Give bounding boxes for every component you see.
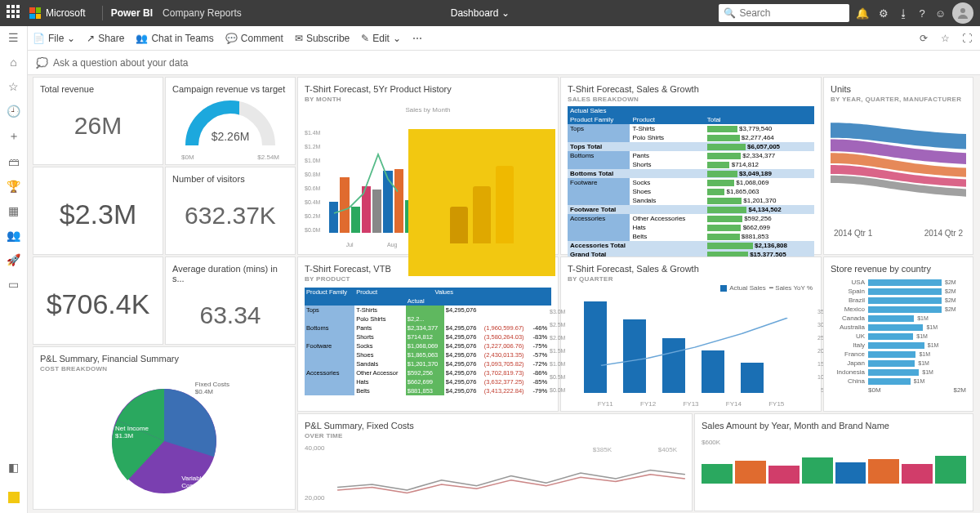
line-chart: 40,000 20,000 $385K $405K (305, 444, 685, 502)
nav-apps-icon[interactable]: ▦ (8, 204, 19, 217)
sales-table: Actual SalesProduct FamilyProductTotalTo… (568, 106, 814, 259)
nav-goals-icon[interactable]: 🏆 (7, 180, 20, 193)
qna-placeholder: Ask a question about your data (53, 57, 188, 69)
subscribe-button[interactable]: ✉Subscribe (295, 33, 350, 44)
tile-title: P&L Summary, Fixed Costs (305, 421, 685, 430)
tile-pl-fixed[interactable]: P&L Summary, Fixed Costs OVER TIME 40,00… (297, 413, 693, 511)
tile-forecast-vtb[interactable]: T-Shirt Forecast, VTB BY PRODUCT Product… (297, 256, 559, 412)
chat-teams-button[interactable]: 👥Chat in Teams (136, 33, 213, 44)
nav-create-icon[interactable]: ＋ (8, 129, 20, 144)
more-menu[interactable]: ⋯ (412, 33, 422, 44)
global-header: Microsoft Power BI Company Reports Dashb… (0, 0, 980, 26)
tile-subtitle: BY YEAR, QUARTER, MANUFACTURER (831, 96, 966, 103)
pie-label-net: Net Income$1.3M (115, 425, 149, 439)
nav-favorites-icon[interactable]: ☆ (8, 80, 19, 93)
nav-home-icon[interactable]: ⌂ (10, 56, 16, 69)
microsoft-logo-icon (29, 7, 41, 19)
nav-shared-icon[interactable]: 👥 (7, 229, 20, 242)
stacked-bars (702, 451, 966, 484)
tile-title: Average duration (mins) in s... (172, 264, 288, 283)
tile-subtitle: OVER TIME (305, 432, 685, 439)
comment-button[interactable]: 💬Comment (225, 33, 283, 44)
tile-subtitle: BY PRODUCT (305, 275, 551, 283)
svg-point-0 (960, 8, 965, 13)
country-bar-chart: USA$2MSpain$2MBrazil$2MMexico$2MCanada$1… (831, 279, 966, 394)
search-icon: 🔍 (724, 7, 736, 19)
qna-icon: 💭 (36, 57, 48, 69)
chart-series-label: Sales by Month (305, 106, 551, 114)
user-avatar[interactable] (952, 2, 973, 24)
tile-sales-breakdown[interactable]: T-Shirt Forecast, Sales & Growth SALES B… (560, 77, 822, 255)
quarter-chart: FY11FY12FY13FY14FY15 $0.0M$0.5M$1.0M$1.5… (568, 301, 814, 408)
share-button[interactable]: ↗Share (87, 33, 124, 44)
nav-workspaces-icon[interactable]: ◧ (8, 461, 19, 474)
tile-title: T-Shirt Forecast, Sales & Growth (568, 84, 814, 94)
workspace-name[interactable]: Company Reports (163, 7, 242, 19)
settings-icon[interactable]: ⚙ (879, 7, 889, 20)
search-input[interactable] (739, 7, 844, 19)
nav-deploy-icon[interactable]: 🚀 (7, 253, 20, 266)
dashboard-dropdown[interactable]: Dashboard ⌄ (451, 7, 510, 19)
download-icon[interactable]: ⭳ (898, 7, 909, 20)
qna-bar[interactable]: 💭 Ask a question about your data (0, 51, 980, 75)
kpi-value: 63.34 (172, 285, 288, 329)
tile-kpi-2[interactable]: $706.4K (33, 256, 163, 345)
kpi-value: 26M (40, 96, 156, 140)
fullscreen-icon[interactable]: ⛶ (962, 33, 972, 44)
pie-chart: Fixed Costs$0.4M Net Income$1.3M Variabl… (99, 376, 229, 506)
app-launcher-icon[interactable] (7, 5, 23, 21)
tile-title: Store revenue by country (831, 264, 966, 274)
tile-title: Units (831, 84, 966, 94)
file-menu[interactable]: 📄File⌄ (33, 33, 75, 44)
powerbi-logo-overlay (408, 129, 555, 276)
favorite-icon[interactable]: ☆ (941, 33, 950, 44)
feedback-icon[interactable]: ☺ (935, 7, 946, 20)
tile-pl-summary[interactable]: P&L Summary, Financial Summary COST BREA… (33, 346, 296, 510)
kpi-value: 632.37K (172, 185, 288, 230)
left-nav: ☰ ⌂ ☆ 🕘 ＋ 🗃 🏆 ▦ 👥 🚀 ▭ ◧ (0, 26, 28, 513)
axis-label: 2014 Qtr 1 (834, 229, 872, 238)
nav-datasets-icon[interactable]: 🗃 (8, 155, 20, 168)
kpi-value: $2.3M (40, 174, 156, 230)
tile-title: Total revenue (40, 84, 156, 94)
tile-units[interactable]: Units BY YEAR, QUARTER, MANUFACTURER 201… (823, 77, 973, 255)
sankey-chart (831, 103, 966, 229)
nav-learn-icon[interactable]: ▭ (8, 278, 19, 291)
tile-subtitle: COST BREAKDOWN (40, 365, 288, 372)
brand: Microsoft (29, 7, 86, 19)
nav-recent-icon[interactable]: 🕘 (7, 105, 20, 118)
tile-subtitle: SALES BREAKDOWN (568, 96, 814, 103)
tile-sales-amount[interactable]: Sales Amount by Year, Month and Brand Na… (694, 413, 973, 511)
chart-legend: Actual Sales ━ Sales YoY % (568, 283, 814, 293)
gauge-chart: $2.26M $0M $2.54M (181, 100, 279, 158)
vtb-table: Product FamilyProductValuesActualTopsT-S… (305, 288, 551, 395)
tile-subtitle: BY MONTH (305, 96, 551, 103)
tile-duration[interactable]: Average duration (mins) in s... 63.34 (165, 256, 296, 345)
tile-by-quarter[interactable]: T-Shirt Forecast, Sales & Growth BY QUAR… (560, 256, 822, 412)
tile-title: T-Shirt Forecast, Sales & Growth (568, 264, 814, 274)
edit-button[interactable]: ✎Edit⌄ (361, 33, 401, 44)
nav-menu-icon[interactable]: ☰ (8, 31, 19, 44)
command-bar: 📄File⌄ ↗Share 👥Chat in Teams 💬Comment ✉S… (0, 26, 980, 51)
notifications-icon[interactable]: 🔔 (856, 7, 869, 20)
tile-title: Number of visitors (172, 174, 288, 184)
tile-visitors[interactable]: Number of visitors 632.37K (165, 167, 296, 255)
kpi-value: $706.4K (40, 264, 156, 320)
tile-total-revenue[interactable]: Total revenue 26M (33, 77, 163, 165)
tile-title: Campaign revenue vs target (172, 84, 288, 94)
pie-label-var: VariableCosts$3.3M (181, 475, 205, 497)
chevron-down-icon: ⌄ (501, 7, 510, 19)
search-box[interactable]: 🔍 (719, 4, 849, 22)
chevron-down-icon: ⌄ (393, 33, 401, 44)
product-name[interactable]: Power BI (111, 7, 153, 19)
tile-kpi-1[interactable]: $2.3M (33, 167, 163, 255)
help-icon[interactable]: ? (919, 7, 924, 20)
tile-title: T-Shirt Forecast, 5Yr Product History (305, 84, 551, 94)
tile-subtitle: BY QUARTER (568, 275, 814, 283)
axis-label: 2014 Qtr 2 (924, 229, 963, 238)
nav-myworkspace-icon[interactable] (8, 492, 20, 503)
tile-campaign-gauge[interactable]: Campaign revenue vs target $2.26M $0M $2… (165, 77, 296, 165)
pie-label-fixed: Fixed Costs$0.4M (195, 381, 229, 395)
tile-store-country[interactable]: Store revenue by country USA$2MSpain$2MB… (823, 256, 973, 412)
refresh-icon[interactable]: ⟳ (920, 33, 928, 44)
